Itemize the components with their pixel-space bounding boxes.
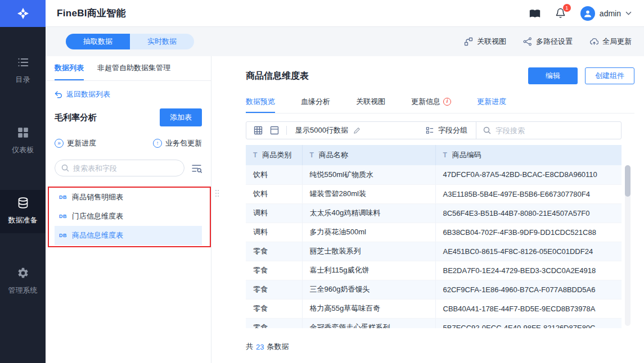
list-item-store-dimension[interactable]: DB 门店信息维度表 (55, 207, 202, 226)
app-body: 目录 仪表板 数据准备 管理系统 (0, 27, 644, 363)
db-table-icon: DB (59, 194, 67, 200)
field-search-input[interactable] (496, 126, 614, 135)
sidebar-item-label: 管理系统 (8, 285, 38, 296)
catalog-list-icon (17, 56, 29, 69)
cell-category: 调料 (246, 203, 302, 223)
data-table-wrap: T商品类别 T商品名称 T商品编码 饮料 纯悦550 (246, 145, 634, 328)
user-menu[interactable]: admin (580, 6, 632, 21)
table-list: DB 商品销售明细表 DB 门店信息维度表 DB 商品信息维度表 (55, 188, 202, 245)
mode-tab-realtime[interactable]: 实时数据 (130, 34, 194, 49)
multi-path-label: 多路径设置 (536, 37, 573, 47)
cell-product-code: 8C56F4E3-B51B-44B7-8080-21E4507A57F0 (435, 203, 622, 223)
sidebar-item-admin[interactable]: 管理系统 (0, 260, 46, 303)
topbar-right: 1 admin (529, 6, 644, 21)
cell-category: 零食 (246, 261, 302, 280)
multi-path-icon (523, 37, 532, 46)
package-update-link[interactable]: ↑ 业务包更新 (153, 138, 202, 148)
column-label: 商品类别 (262, 151, 291, 159)
sidebar-item-label: 仪表板 (12, 145, 34, 155)
update-progress-link[interactable]: » 更新进度 (55, 138, 96, 148)
list-item-sales-detail[interactable]: DB 商品销售明细表 (55, 188, 202, 207)
manual-book-icon[interactable] (529, 8, 541, 19)
tab-update-info-label: 更新信息 (411, 97, 440, 107)
table-name: 门店信息维度表 (72, 211, 123, 221)
package-title: 毛利率分析 (55, 112, 97, 123)
field-search-box (476, 122, 621, 139)
cell-product-code: CBB40A41-178E-44F7-BD5E-9ECD8B73978A (435, 299, 622, 318)
username: admin (600, 9, 621, 18)
table-row: 调料 多力葵花油500ml 6B38CB04-702F-4F3B-9DF9-DD… (246, 223, 622, 242)
app-logo[interactable] (0, 0, 46, 27)
grid-view-icon[interactable] (254, 126, 263, 135)
dashboard-grid-icon (17, 126, 29, 139)
mode-tab-extract[interactable]: 抽取数据 (66, 34, 130, 49)
notification-badge: 1 (563, 4, 571, 12)
back-to-data-list[interactable]: 返回数据列表 (55, 81, 202, 108)
table-row: 零食 丽芝士散装系列 AE451BC0-8615-4F8C-8126-05E0C… (246, 242, 622, 261)
total-count: 23 (256, 343, 264, 351)
global-update-action[interactable]: 全局更新 (589, 37, 632, 47)
relation-view-label: 关联视图 (477, 37, 506, 47)
tab-data-list[interactable]: 数据列表 (55, 56, 84, 80)
cell-product-name: 太太乐40g鸡精调味料 (302, 203, 435, 223)
row-display: 显示5000行数据 (287, 125, 369, 135)
cell-category: 零食 (246, 299, 302, 318)
table-body: 饮料 纯悦550ml矿物质水 47DFCF0A-87A5-42BD-BCAC-E… (246, 165, 622, 328)
sidebar-item-catalog[interactable]: 目录 (0, 49, 46, 93)
tab-update-info[interactable]: 更新信息 i (411, 91, 451, 113)
notifications-button[interactable]: 1 (555, 8, 566, 19)
quick-actions: 关联视图 多路径设置 全局更新 (464, 37, 632, 47)
column-header-name[interactable]: T商品名称 (302, 145, 435, 165)
relation-view-icon (464, 37, 473, 46)
cell-product-name: 丽芝士散装系列 (302, 242, 435, 261)
edit-pencil-icon[interactable] (353, 127, 361, 134)
edit-button[interactable]: 编辑 (528, 67, 578, 84)
cell-product-code: AE451BC0-8615-4F8C-8126-05E0C01DDF24 (435, 242, 622, 261)
tab-relation-view[interactable]: 关联视图 (356, 91, 385, 113)
column-header-category[interactable]: T商品类别 (246, 145, 302, 165)
table-name: 商品销售明细表 (72, 192, 123, 202)
tab-non-admin-dataset[interactable]: 非超管自助数据集管理 (97, 56, 170, 80)
filter-list-icon[interactable] (191, 164, 202, 173)
top-strip: 抽取数据 实时数据 关联视图 多路径设置 (46, 27, 644, 56)
content-area: 抽取数据 实时数据 关联视图 多路径设置 (46, 27, 644, 363)
create-component-button[interactable]: 创建组件 (585, 67, 634, 84)
back-arrow-icon (55, 91, 62, 98)
list-item-product-dimension[interactable]: DB 商品信息维度表 (55, 226, 202, 245)
sidebar-item-data-preparation[interactable]: 数据准备 (0, 190, 46, 233)
column-header-code[interactable]: T商品编码 (435, 145, 622, 165)
scrollbar-thumb[interactable] (625, 165, 631, 197)
cell-category: 零食 (246, 242, 302, 261)
tab-update-progress[interactable]: 更新进度 (477, 91, 506, 113)
gear-icon (17, 267, 29, 279)
cell-product-code: 6B38CB04-702F-4F3B-9DF9-DD1CDC521C88 (435, 223, 622, 242)
chevron-down-icon (625, 11, 632, 15)
cell-category: 饮料 (246, 165, 302, 184)
arrow-up-circle-icon: ↑ (153, 139, 162, 148)
cell-category: 零食 (246, 318, 302, 328)
table-search-input[interactable] (73, 164, 178, 173)
sidebar-item-dashboard[interactable]: 仪表板 (0, 120, 46, 163)
panel-resize-handle[interactable] (215, 190, 217, 191)
card-view-icon[interactable] (270, 126, 279, 135)
table-footer: 共 23 条数据 (246, 342, 634, 352)
panel-search-row (55, 160, 202, 176)
row-display-label: 显示5000行数据 (295, 125, 348, 135)
page-title: 商品信息维度表 (246, 70, 309, 82)
sidebar-item-label: 目录 (16, 75, 30, 85)
tab-data-preview[interactable]: 数据预览 (246, 91, 275, 113)
add-table-button[interactable]: 添加表 (160, 108, 202, 126)
cell-category: 饮料 (246, 184, 302, 203)
tab-lineage-analysis[interactable]: 血缘分析 (301, 91, 330, 113)
relation-view-action[interactable]: 关联视图 (464, 37, 506, 47)
vertical-scrollbar[interactable] (625, 165, 631, 326)
table-row: 零食 金冠香奕颂走心蛋糕系列 5B7ECC92-0ECC-4E40-98FE-8… (246, 318, 622, 328)
global-update-label: 全局更新 (602, 37, 632, 47)
data-list-panel: 数据列表 非超管自助数据集管理 返回数据列表 毛利率分析 添加表 (46, 56, 211, 363)
cell-product-code: A3E1185B-5B4E-497E-B5B6-E667307780F4 (435, 184, 622, 203)
sidebar-item-label: 数据准备 (8, 215, 38, 225)
field-group-button[interactable]: 字段分组 (417, 125, 476, 135)
multi-path-action[interactable]: 多路径设置 (523, 37, 573, 47)
main-panel: 商品信息维度表 编辑 创建组件 数据预览 血缘分析 关联视图 更新信息 i (211, 56, 644, 363)
table-header: T商品类别 T商品名称 T商品编码 (246, 145, 622, 165)
